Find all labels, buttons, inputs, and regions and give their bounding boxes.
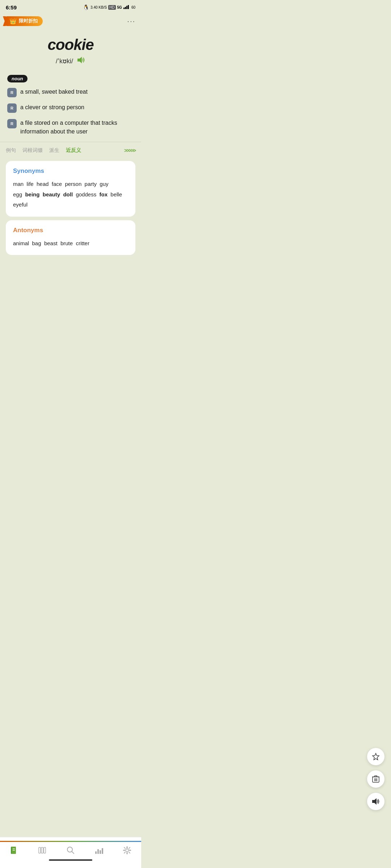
- promo-text: 限时折扣: [19, 18, 38, 24]
- battery-icon: 60: [131, 5, 135, 9]
- tabs-row: 例句 词根词缀 派生 近反义 >>>>>: [0, 142, 141, 157]
- definition-item-2: R a clever or strong person: [7, 103, 134, 113]
- status-time: 6:59: [6, 4, 17, 10]
- word-title: cookie: [7, 36, 134, 54]
- tab-more-arrows[interactable]: >>>>>: [124, 148, 135, 153]
- r-badge-3: R: [7, 119, 17, 128]
- status-icons: 🐧 3.40 KB/S HD 5G 60: [83, 4, 135, 10]
- tab-roots[interactable]: 词根词缀: [22, 147, 43, 154]
- more-button[interactable]: ···: [127, 17, 135, 25]
- hd-badge: HD: [108, 5, 115, 10]
- tab-examples[interactable]: 例句: [6, 147, 16, 154]
- pos-badge: noun: [7, 75, 28, 82]
- antonyms-title: Antonyms: [13, 227, 128, 234]
- definitions-section: noun R a small, sweet baked treat R a cl…: [0, 69, 141, 136]
- phonetic-text: /ˈkʊki/: [56, 57, 73, 65]
- word-section: cookie /ˈkʊki/: [0, 29, 141, 69]
- r-badge-2: R: [7, 103, 17, 113]
- definition-item-3: R a file stored on a computer that track…: [7, 119, 134, 136]
- crown-icon: 👑: [9, 18, 17, 25]
- definition-text-1: a small, sweet baked treat: [20, 88, 88, 96]
- synonyms-list: man life head face person party guy egg …: [13, 179, 128, 210]
- tab-synonyms-antonyms[interactable]: 近反义: [66, 147, 81, 154]
- svg-rect-2: [126, 6, 127, 9]
- tab-derivatives[interactable]: 派生: [49, 147, 59, 154]
- definition-text-2: a clever or strong person: [20, 103, 84, 112]
- synonyms-title: Synonyms: [13, 167, 128, 175]
- antonyms-list: animal bag beast brute critter: [13, 238, 128, 249]
- definition-item-1: R a small, sweet baked treat: [7, 88, 134, 97]
- synonyms-card: Synonyms man life head face person party…: [6, 161, 135, 217]
- qq-icon: 🐧: [83, 4, 89, 10]
- status-bar: 6:59 🐧 3.40 KB/S HD 5G 60: [0, 0, 141, 13]
- antonyms-card: Antonyms animal bag beast brute critter: [6, 220, 135, 255]
- svg-rect-1: [125, 7, 126, 9]
- svg-marker-4: [77, 57, 82, 63]
- svg-rect-0: [123, 8, 125, 9]
- phonetic-sound-icon[interactable]: [77, 56, 85, 65]
- phonetic-row: /ˈkʊki/: [7, 56, 134, 65]
- definition-text-3: a file stored on a computer that tracks …: [20, 119, 134, 136]
- top-banner: 👑 限时折扣 ···: [0, 13, 141, 29]
- signal-icon: [123, 5, 130, 10]
- network-type: 5G: [117, 5, 122, 9]
- network-speed: 3.40 KB/S: [91, 5, 107, 9]
- promo-badge[interactable]: 👑 限时折扣: [6, 16, 43, 26]
- r-badge-1: R: [7, 88, 17, 97]
- svg-rect-3: [128, 5, 129, 9]
